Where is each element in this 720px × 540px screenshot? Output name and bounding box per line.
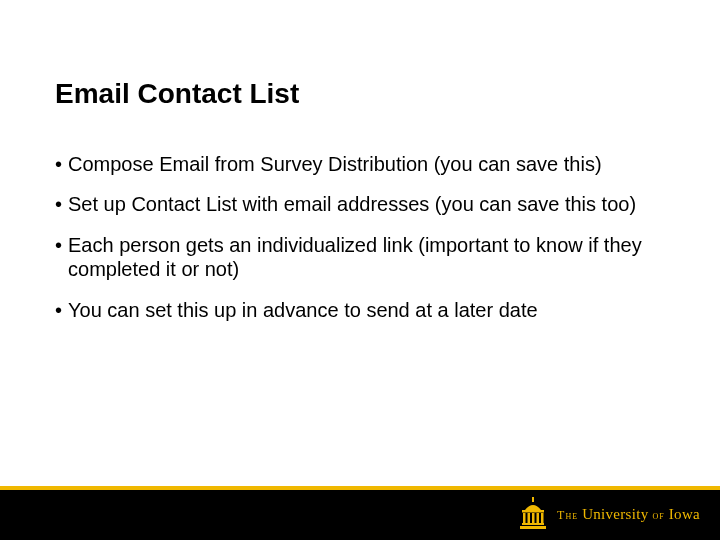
logo-word-of: of xyxy=(653,508,665,522)
footer-bar: The University of Iowa xyxy=(0,490,720,540)
logo-text: The University of Iowa xyxy=(557,506,700,523)
list-item: • You can set this up in advance to send… xyxy=(55,298,665,322)
bullet-icon: • xyxy=(55,298,62,322)
list-item: • Set up Contact List with email address… xyxy=(55,192,665,216)
bullet-list: • Compose Email from Survey Distribution… xyxy=(55,152,665,338)
slide-title: Email Contact List xyxy=(55,78,299,110)
university-logo: The University of Iowa xyxy=(517,496,700,532)
list-item: • Compose Email from Survey Distribution… xyxy=(55,152,665,176)
bullet-icon: • xyxy=(55,152,62,176)
svg-rect-8 xyxy=(532,497,534,502)
dome-icon xyxy=(517,496,549,532)
bullet-icon: • xyxy=(55,233,62,282)
svg-rect-4 xyxy=(532,513,535,523)
bullet-text: Set up Contact List with email addresses… xyxy=(68,192,665,216)
slide: Email Contact List • Compose Email from … xyxy=(0,0,720,540)
list-item: • Each person gets an individualized lin… xyxy=(55,233,665,282)
svg-rect-7 xyxy=(522,510,544,513)
logo-word-the: The xyxy=(557,508,578,522)
svg-rect-5 xyxy=(537,513,540,523)
svg-rect-3 xyxy=(528,513,531,523)
bullet-text: Compose Email from Survey Distribution (… xyxy=(68,152,665,176)
svg-rect-2 xyxy=(523,513,526,523)
bullet-icon: • xyxy=(55,192,62,216)
bullet-text: Each person gets an individualized link … xyxy=(68,233,665,282)
logo-word-iowa: Iowa xyxy=(669,506,700,522)
svg-rect-0 xyxy=(520,526,546,529)
svg-rect-1 xyxy=(522,523,544,525)
bullet-text: You can set this up in advance to send a… xyxy=(68,298,665,322)
svg-rect-6 xyxy=(541,513,544,523)
logo-word-university: University xyxy=(582,506,648,522)
